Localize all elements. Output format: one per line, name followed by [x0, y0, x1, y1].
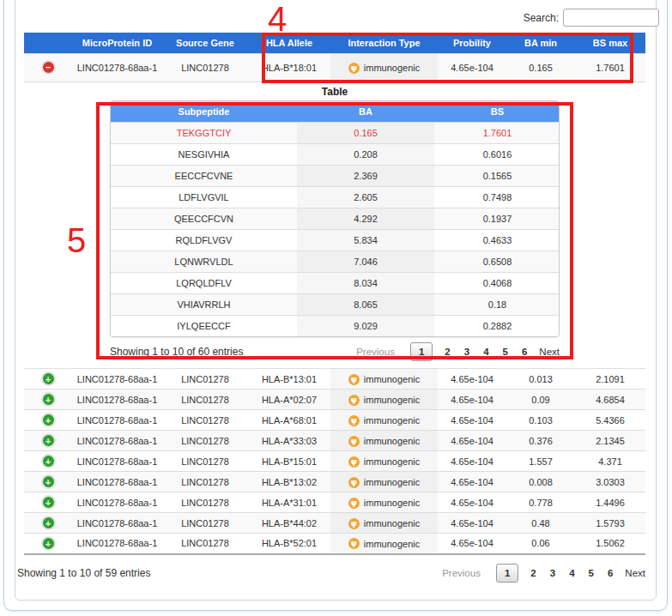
column-header-interaction-type[interactable]: Interaction Type: [330, 33, 438, 53]
interaction-badge: ψimmunogenic: [348, 538, 420, 549]
subpeptide-cell: LQRQLDFLV: [111, 272, 297, 293]
subpeptide-table-footer: Showing 1 to 10 of 60 entries Previous12…: [110, 342, 560, 361]
table-row: +LINC01278-68aa-1LINC01278HLA-A*68:01ψim…: [24, 410, 645, 431]
immunogenic-icon: ψ: [348, 538, 360, 549]
ba-cell: 0.208: [297, 143, 434, 165]
interaction-type-cell: ψimmunogenic: [330, 492, 438, 513]
child-pagination-page-5[interactable]: 5: [503, 347, 508, 357]
immunogenic-icon: ψ: [348, 477, 360, 488]
child-pagination: Previous123456Next: [356, 342, 560, 361]
child-pagination-page-1[interactable]: 1: [410, 342, 433, 361]
ba-cell: 8.034: [297, 272, 434, 293]
microprotein-table: MicroProtein IDSource GeneHLA AlleleInte…: [24, 33, 645, 555]
ba-cell: 2.605: [297, 186, 434, 208]
interaction-badge: ψimmunogenic: [348, 395, 420, 406]
hla-allele-cell: HLA-A*31:01: [248, 492, 330, 513]
child-pagination-previous-button[interactable]: Previous: [356, 347, 395, 357]
child-pagination-next-button[interactable]: Next: [539, 347, 560, 357]
column-header-hla-allele[interactable]: HLA Allele: [248, 33, 330, 53]
expand-row-icon[interactable]: +: [43, 497, 54, 508]
main-pagination-next-button[interactable]: Next: [625, 568, 645, 578]
interaction-label: immunogenic: [364, 63, 420, 73]
interaction-type-cell: ψimmunogenic: [330, 472, 438, 492]
expand-row-icon[interactable]: +: [43, 456, 54, 467]
interaction-type-cell: ψimmunogenic: [330, 53, 438, 82]
search-input[interactable]: [563, 9, 659, 27]
interaction-badge: ψimmunogenic: [348, 415, 420, 426]
microprotein-id-cell: LINC01278-68aa-1: [72, 472, 162, 492]
table-row: +LINC01278-68aa-1LINC01278HLA-B*13:02ψim…: [24, 472, 645, 492]
subpeptide-cell: LQNWRVLDL: [111, 251, 297, 272]
main-table-footer: Showing 1 to 10 of 59 entries Previous12…: [17, 564, 645, 583]
collapse-row-icon[interactable]: −: [43, 62, 54, 73]
source-gene-cell: LINC01278: [162, 369, 248, 390]
column-header-probility[interactable]: Probility: [438, 33, 506, 53]
source-gene-cell: LINC01278: [162, 534, 248, 554]
probility-cell: 4.65e-104: [438, 53, 506, 82]
child-pagination-page-3[interactable]: 3: [464, 347, 469, 357]
table-row: +LINC01278-68aa-1LINC01278HLA-B*52:01ψim…: [24, 534, 645, 554]
immunogenic-icon: ψ: [348, 456, 360, 468]
ba-cell: 9.029: [297, 315, 434, 336]
hla-allele-cell: HLA-A*68:01: [248, 410, 330, 431]
subpeptide-row: VHIAVRRLH8.0650.18: [111, 293, 560, 315]
microprotein-id-cell: LINC01278-68aa-1: [72, 534, 162, 554]
expand-row-icon[interactable]: +: [43, 476, 54, 487]
table-row: +LINC01278-68aa-1LINC01278HLA-B*15:01ψim…: [24, 451, 645, 472]
column-header-ba-min[interactable]: BA min: [506, 33, 575, 53]
interaction-label: immunogenic: [364, 415, 420, 426]
subpeptide-table-container: SubpeptideBABS TEKGGTCIY0.1651.7601NESGI…: [110, 100, 560, 338]
interaction-type-cell: ψimmunogenic: [330, 513, 438, 534]
expand-row-icon[interactable]: +: [43, 373, 54, 384]
ba-cell: 8.065: [297, 293, 434, 315]
subpeptide-cell: NESGIVHIA: [111, 143, 297, 165]
table-row: −LINC01278-68aa-1LINC01278HLA-B*18:01ψim…: [24, 53, 645, 82]
column-header-source-gene[interactable]: Source Gene: [162, 33, 248, 53]
child-column-header-bs[interactable]: BS: [434, 101, 560, 122]
expand-cell: +: [24, 513, 72, 534]
source-gene-cell: LINC01278: [162, 390, 248, 410]
interaction-label: immunogenic: [364, 518, 420, 528]
table-row: +LINC01278-68aa-1LINC01278HLA-A*33:03ψim…: [24, 431, 645, 451]
main-pagination-page-1[interactable]: 1: [496, 564, 518, 583]
column-header-expand[interactable]: [24, 33, 72, 53]
ba-min-cell: 0.376: [506, 431, 575, 451]
main-pagination-page-5[interactable]: 5: [589, 568, 594, 578]
table-row: +LINC01278-68aa-1LINC01278HLA-A*31:01ψim…: [24, 492, 645, 513]
child-column-header-ba[interactable]: BA: [297, 101, 434, 122]
subpeptide-row: LQRQLDFLV8.0340.4068: [111, 272, 560, 293]
source-gene-cell: LINC01278: [162, 492, 248, 513]
interaction-type-cell: ψimmunogenic: [330, 431, 438, 451]
child-pagination-page-4[interactable]: 4: [483, 347, 488, 357]
microprotein-id-cell: LINC01278-68aa-1: [72, 410, 162, 431]
interaction-label: immunogenic: [364, 539, 420, 549]
column-header-microprotein-id[interactable]: MicroProtein ID: [72, 33, 162, 53]
child-pagination-page-6[interactable]: 6: [522, 347, 527, 357]
probility-cell: 4.65e-104: [438, 534, 506, 554]
expand-row-icon[interactable]: +: [43, 538, 54, 549]
main-pagination-page-3[interactable]: 3: [550, 568, 555, 578]
subpeptide-cell: LDFLVGVIL: [111, 186, 297, 208]
microprotein-id-cell: LINC01278-68aa-1: [72, 369, 162, 390]
source-gene-cell: LINC01278: [162, 472, 248, 492]
expand-row-icon[interactable]: +: [43, 517, 54, 528]
main-pagination-previous-button[interactable]: Previous: [442, 568, 481, 578]
subpeptide-row: RQLDFLVGV5.8340.4633: [111, 229, 560, 251]
probility-cell: 4.65e-104: [438, 369, 506, 390]
ba-min-cell: 0.09: [506, 390, 575, 410]
ba-min-cell: 0.165: [506, 53, 575, 82]
expand-row-icon[interactable]: +: [43, 435, 54, 446]
expand-row-icon[interactable]: +: [43, 414, 54, 426]
subpeptide-table-header: SubpeptideBABS: [111, 101, 560, 122]
child-pagination-page-2[interactable]: 2: [445, 347, 450, 357]
interaction-label: immunogenic: [364, 477, 420, 487]
column-header-bs-max[interactable]: BS max: [575, 33, 645, 53]
main-pagination-page-6[interactable]: 6: [608, 568, 613, 578]
main-pagination-page-2[interactable]: 2: [530, 568, 536, 578]
child-column-header-subpeptide[interactable]: Subpeptide: [111, 101, 297, 122]
ba-cell: 2.369: [297, 165, 434, 186]
expand-row-icon[interactable]: +: [43, 394, 54, 405]
main-pagination-page-4[interactable]: 4: [569, 568, 574, 578]
interaction-label: immunogenic: [364, 498, 420, 508]
bs-max-cell: 1.5793: [575, 513, 645, 534]
